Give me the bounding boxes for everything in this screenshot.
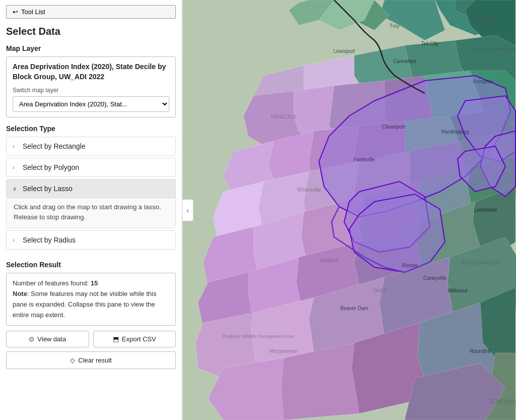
selection-type-section: Selection Type › Select by Rectangle › S… [6, 125, 176, 252]
svg-text:Millwood: Millwood [448, 288, 468, 293]
select-by-rectangle-item: › Select by Rectangle [6, 137, 176, 156]
svg-text:EDMONSON: EDMONSON [491, 399, 516, 404]
svg-text:Tell City: Tell City [421, 41, 438, 46]
selection-result-section: Selection Result Number of features foun… [6, 261, 176, 369]
svg-text:Fordsville: Fordsville [354, 157, 375, 162]
diamond-icon: ◇ [70, 356, 75, 364]
svg-text:Yellowbank Wildlife Management: Yellowbank Wildlife Management Area [471, 47, 516, 51]
chevron-right-icon-polygon: › [13, 164, 19, 170]
eye-icon: ⊙ [29, 335, 34, 343]
clear-result-button[interactable]: ◇ Clear result [6, 351, 176, 369]
svg-text:HANCOCK: HANCOCK [271, 114, 296, 119]
collapse-icon: ‹ [186, 206, 189, 214]
svg-text:MEADE: MEADE [475, 18, 495, 24]
collapse-panel-button[interactable]: ‹ [182, 199, 194, 221]
layer-select[interactable]: Area Deprivation Index (2020), Stat... [13, 96, 169, 112]
map-layer-section-label: Map Layer [6, 44, 176, 52]
left-panel: ↩ Tool List Select Data Map Layer Area D… [0, 0, 182, 420]
export-csv-button[interactable]: ⬒ Export CSV [93, 331, 176, 347]
svg-text:Irvington: Irvington [473, 79, 492, 84]
export-icon: ⬒ [113, 335, 119, 343]
select-by-radius-label: Select by Radius [23, 236, 76, 244]
clear-result-label: Clear result [78, 356, 111, 364]
svg-text:Peabody Wildlife Management Ar: Peabody Wildlife Management Area [222, 334, 294, 339]
selection-result-label: Selection Result [6, 261, 176, 269]
svg-text:Morgantown: Morgantown [270, 348, 297, 354]
result-actions: ⊙ View data ⬒ Export CSV [6, 331, 176, 347]
view-data-label: View data [37, 335, 66, 343]
page-title: Select Data [6, 26, 176, 37]
svg-text:Hartford: Hartford [320, 258, 338, 263]
select-by-lasso-header[interactable]: ∨ Select by Lasso [7, 179, 175, 198]
select-by-lasso-label: Select by Lasso [23, 185, 73, 193]
svg-text:Cannelton: Cannelton [393, 58, 416, 64]
svg-text:Lewisport: Lewisport [334, 48, 355, 54]
select-by-polygon-label: Select by Polygon [23, 163, 79, 171]
features-text: Number of features found: [13, 279, 91, 287]
features-count: 15 [91, 279, 98, 287]
switch-map-layer-label: Switch map layer [13, 87, 169, 94]
svg-text:OHIO: OHIO [373, 288, 386, 293]
svg-text:Rosine: Rosine [402, 263, 418, 268]
svg-text:Hardinsburg: Hardinsburg [441, 129, 469, 135]
note-text: : Some features may not be visible while… [13, 290, 156, 319]
tool-list-label: Tool List [21, 8, 45, 16]
map-svg: Troy Tell City Cannelton Lewisport Irvin… [182, 0, 516, 420]
select-by-rectangle-label: Select by Rectangle [23, 142, 86, 150]
svg-text:Cloverport: Cloverport [382, 124, 405, 130]
select-by-polygon-item: › Select by Polygon [6, 158, 176, 177]
select-by-radius-item: › Select by Radius [6, 230, 176, 250]
select-by-lasso-item: ∨ Select by Lasso Click and drag on the … [6, 179, 176, 228]
svg-text:BRECKINRIDGE: BRECKINRIDGE [461, 260, 499, 266]
tool-list-button[interactable]: ↩ Tool List [6, 5, 176, 19]
svg-text:Caneyville: Caneyville [423, 275, 447, 281]
svg-text:Troy: Troy [390, 23, 400, 29]
map-area[interactable]: ‹ [182, 0, 516, 420]
chevron-down-icon-lasso: ∨ [13, 186, 19, 192]
map-layer-title: Area Deprivation Index (2020), State Dec… [13, 62, 169, 82]
export-csv-label: Export CSV [122, 335, 156, 343]
svg-text:Beaver Dam: Beaver Dam [340, 306, 368, 311]
select-by-polygon-header[interactable]: › Select by Polygon [7, 158, 175, 176]
result-box: Number of features found: 15 Note: Some … [6, 273, 176, 326]
chevron-right-icon-rectangle: › [13, 143, 19, 149]
map-layer-box: Area Deprivation Index (2020), State Dec… [6, 56, 176, 117]
select-by-rectangle-header[interactable]: › Select by Rectangle [7, 137, 175, 155]
svg-text:Leitchfield: Leitchfield [474, 207, 496, 213]
svg-text:Whitesville: Whitesville [297, 187, 321, 193]
selection-type-label: Selection Type [6, 125, 176, 133]
note-label: Note [13, 290, 27, 297]
chevron-right-icon-radius: › [13, 237, 19, 243]
select-by-radius-header[interactable]: › Select by Radius [7, 231, 175, 249]
undo-icon: ↩ [13, 8, 18, 16]
lasso-description: Click and drag on the map to start drawi… [7, 198, 175, 228]
svg-text:Roundhill: Roundhill [470, 348, 491, 354]
view-data-button[interactable]: ⊙ View data [6, 331, 89, 347]
